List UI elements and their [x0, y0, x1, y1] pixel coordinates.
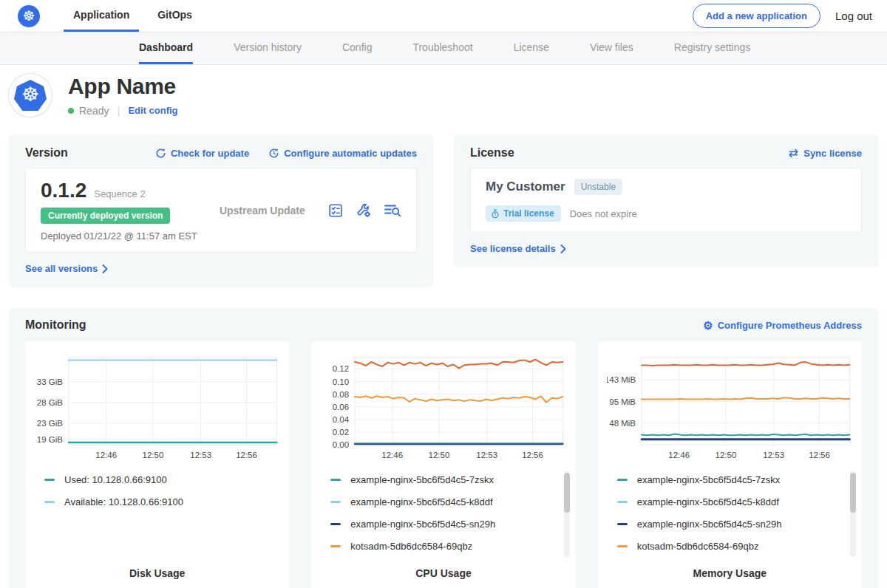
deployed-timestamp: Deployed 01/21/22 @ 11:57 am EST — [41, 230, 197, 242]
legend-label: example-nginx-5bc6f5d4c5-7zskx — [350, 474, 494, 485]
svg-text:12:56: 12:56 — [522, 451, 543, 459]
svg-text:12:53: 12:53 — [190, 451, 211, 459]
svg-text:12:46: 12:46 — [382, 451, 404, 459]
preflight-checklist-icon[interactable] — [327, 202, 344, 219]
nav-spacer — [202, 0, 693, 32]
disk-usage-chart-card: 12:4612:5012:5312:5633 GiB28 GiB23 GiB19… — [25, 341, 289, 588]
kubernetes-logo-icon[interactable]: ☸ — [18, 5, 40, 27]
license-panel: My Customer Unstable Trial license Does … — [470, 168, 862, 233]
channel-badge: Unstable — [574, 179, 622, 195]
top-navigation: ☸ Application GitOps Add a new applicati… — [0, 0, 887, 33]
config-wrench-icon[interactable] — [356, 202, 372, 219]
tab-version-history[interactable]: Version history — [234, 33, 302, 64]
version-number: 0.1.2 — [41, 179, 86, 202]
nav-tab-label: GitOps — [157, 9, 192, 21]
app-header: ☸ App Name Ready | Edit config — [0, 65, 887, 127]
tab-registry-settings[interactable]: Registry settings — [674, 33, 750, 64]
svg-text:0.06: 0.06 — [333, 403, 349, 411]
legend-label: example-nginx-5bc6f5d4c5-7zskx — [637, 474, 781, 485]
legend-label: example-nginx-5bc6f5d4c5-k8ddf — [350, 496, 492, 507]
svg-text:28 GiB: 28 GiB — [37, 398, 63, 407]
svg-text:12:46: 12:46 — [95, 451, 117, 459]
svg-text:0.04: 0.04 — [333, 415, 350, 424]
legend-scrollbar[interactable] — [850, 471, 856, 557]
memory-usage-legend: example-nginx-5bc6f5d4c5-7zskxexample-ng… — [607, 474, 853, 564]
customer-name: My Customer — [486, 180, 565, 194]
legend-item: example-nginx-5bc6f5d4c5-k8ddf — [617, 496, 853, 507]
svg-text:33 GiB: 33 GiB — [37, 377, 63, 386]
legend-item: example-nginx-5bc6f5d4c5-sn29h — [617, 519, 853, 530]
nav-tab-gitops[interactable]: GitOps — [148, 0, 202, 32]
svg-text:48 MiB: 48 MiB — [609, 419, 636, 428]
license-card: License Sync license My Customer Unstabl… — [454, 134, 878, 267]
configure-prometheus-link[interactable]: ⚙ Configure Prometheus Address — [703, 320, 862, 331]
tab-dashboard[interactable]: Dashboard — [139, 33, 193, 64]
kubernetes-wheel-glyph: ☸ — [22, 7, 35, 24]
svg-text:12:50: 12:50 — [715, 451, 736, 459]
page-title: App Name — [68, 74, 178, 99]
legend-item: example-nginx-5bc6f5d4c5-k8ddf — [330, 496, 566, 507]
chart-title: Memory Usage — [607, 567, 853, 579]
see-license-details-link[interactable]: See license details — [470, 243, 566, 254]
app-icon: ☸ — [9, 74, 52, 117]
svg-text:0.08: 0.08 — [333, 390, 349, 399]
svg-text:0.00: 0.00 — [333, 440, 349, 449]
stopwatch-icon — [491, 209, 500, 219]
legend-label: example-nginx-5bc6f5d4c5-k8ddf — [637, 496, 779, 507]
tab-troubleshoot[interactable]: Troubleshoot — [412, 33, 472, 64]
gear-icon: ⚙ — [703, 320, 713, 331]
nav-tab-label: Application — [73, 9, 129, 21]
legend-color-dash — [44, 501, 55, 503]
svg-text:12:56: 12:56 — [236, 451, 257, 459]
check-for-update-link[interactable]: Check for update — [155, 148, 249, 159]
configure-prometheus-label: Configure Prometheus Address — [718, 320, 862, 331]
monitoring-title: Monitoring — [25, 318, 86, 332]
tab-license[interactable]: License — [514, 33, 549, 64]
legend-color-dash — [617, 523, 628, 525]
legend-scrollbar-thumb[interactable] — [850, 473, 856, 513]
nav-tab-application[interactable]: Application — [64, 0, 139, 32]
legend-color-dash — [617, 501, 628, 503]
chevron-right-icon — [560, 245, 566, 253]
svg-text:19 GiB: 19 GiB — [37, 435, 63, 444]
legend-scrollbar-thumb[interactable] — [564, 473, 570, 513]
tab-view-files[interactable]: View files — [590, 33, 633, 64]
add-new-application-button[interactable]: Add a new application — [693, 4, 820, 28]
edit-config-link[interactable]: Edit config — [128, 105, 177, 116]
logout-button[interactable]: Log out — [835, 10, 872, 22]
legend-color-dash — [617, 479, 628, 481]
version-card-title: Version — [25, 146, 68, 160]
memory-usage-chart-card: 12:4612:5012:5312:56143 MiB95 MiB48 MiB … — [598, 341, 862, 588]
chart-title: Disk Usage — [34, 567, 280, 579]
cpu-usage-legend: example-nginx-5bc6f5d4c5-7zskxexample-ng… — [320, 474, 566, 564]
svg-text:12:53: 12:53 — [763, 451, 784, 459]
tab-config[interactable]: Config — [342, 33, 372, 64]
version-card: Version Check for update Configure autom… — [9, 134, 433, 287]
divider: | — [117, 104, 120, 117]
sync-license-link[interactable]: Sync license — [788, 148, 862, 159]
configure-automatic-updates-label: Configure automatic updates — [284, 148, 417, 159]
svg-text:12:50: 12:50 — [429, 451, 450, 459]
see-all-versions-link[interactable]: See all versions — [25, 263, 108, 274]
legend-label: Available: 10.128.0.66:9100 — [64, 496, 183, 507]
svg-text:23 GiB: 23 GiB — [37, 419, 63, 428]
svg-text:95 MiB: 95 MiB — [609, 397, 636, 406]
svg-text:0.02: 0.02 — [333, 428, 349, 437]
status-text: Ready — [79, 105, 109, 117]
view-logs-icon[interactable] — [384, 203, 401, 218]
clock-refresh-icon — [268, 148, 279, 159]
legend-scrollbar[interactable] — [564, 471, 570, 557]
svg-text:12:50: 12:50 — [143, 451, 164, 459]
svg-text:12:53: 12:53 — [477, 451, 498, 459]
current-version-panel: 0.1.2 Sequence 2 Currently deployed vers… — [25, 168, 417, 253]
currently-deployed-badge: Currently deployed version — [41, 208, 170, 224]
sync-license-label: Sync license — [803, 148, 862, 159]
legend-color-dash — [330, 523, 341, 525]
svg-text:143 MiB: 143 MiB — [607, 375, 636, 384]
legend-item: kotsadm-5db6dc6584-69qbz — [330, 541, 566, 552]
update-type-label: Upstream Update — [197, 205, 327, 216]
configure-automatic-updates-link[interactable]: Configure automatic updates — [268, 148, 417, 159]
trial-license-label: Trial license — [503, 208, 554, 219]
kubernetes-wheel-glyph: ☸ — [21, 83, 39, 106]
see-all-versions-label: See all versions — [25, 263, 98, 274]
